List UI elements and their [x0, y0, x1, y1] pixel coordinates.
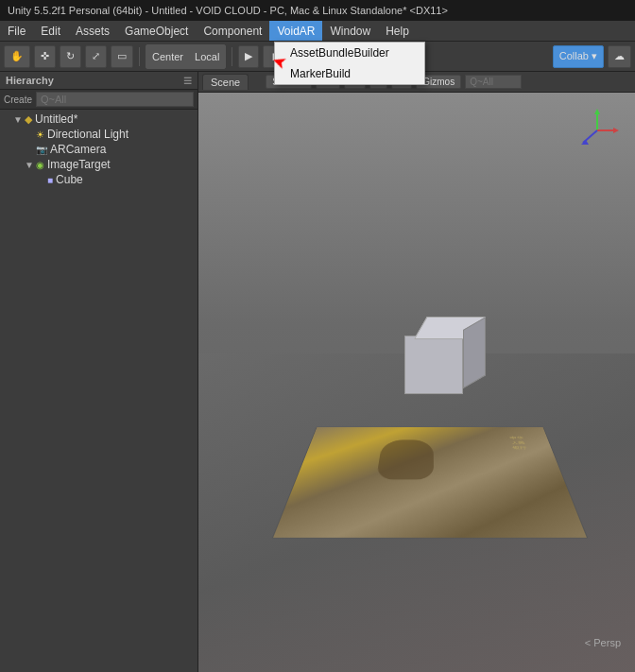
separator-1	[139, 47, 140, 66]
tree-label-cube: Cube	[56, 173, 83, 186]
arrow-untitled: ▼	[13, 114, 25, 125]
title-text: Unity 5.5.2f1 Personal (64bit) - Untitle…	[8, 5, 448, 16]
tree-item-imagetarget[interactable]: ▼ ◉ ImageTarget	[0, 157, 197, 172]
menu-voidar[interactable]: VoidAR	[269, 21, 322, 41]
hierarchy-tree: ▼ ◆ Untitled* ☀ Directional Light 📷 ARCa…	[0, 110, 197, 672]
hierarchy-header: Hierarchy ☰	[0, 72, 197, 90]
separator-2	[232, 47, 232, 66]
scene-panel: Scene Shaded 2D ☀ ♪ fx Gizmos	[198, 72, 635, 672]
target-icon: ◉	[36, 160, 44, 170]
scene-tab[interactable]: Scene	[202, 74, 249, 90]
menu-edit[interactable]: Edit	[33, 21, 68, 41]
menu-bar: File Edit Assets GameObject Component Vo…	[0, 21, 635, 42]
pivot-group: Center Local	[146, 44, 226, 69]
tree-label-dl: Directional Light	[47, 128, 129, 141]
face-silhouette	[376, 439, 434, 479]
hierarchy-menu-icon[interactable]: ☰	[183, 76, 192, 86]
tree-label-it: ImageTarget	[47, 158, 111, 171]
menu-file[interactable]: File	[0, 21, 33, 41]
svg-marker-3	[613, 128, 619, 133]
menu-help[interactable]: Help	[378, 21, 417, 41]
scale-tool-btn[interactable]: ⤢	[85, 45, 107, 68]
svg-marker-1	[594, 109, 600, 114]
collab-btn[interactable]: Collab ▾	[553, 45, 604, 68]
cube-front-face	[404, 336, 463, 394]
main-layout: Hierarchy ☰ Create ▼ ◆ Untitled* ☀ Direc…	[0, 72, 635, 672]
tree-item-directional-light[interactable]: ☀ Directional Light	[0, 127, 197, 142]
menu-window[interactable]: Window	[322, 21, 378, 41]
menu-component[interactable]: Component	[196, 21, 269, 41]
persp-label: < Persp	[585, 637, 621, 648]
rotate-tool-btn[interactable]: ↻	[60, 45, 81, 68]
center-btn[interactable]: Center	[146, 45, 189, 68]
tree-label-arc: ARCamera	[50, 143, 106, 156]
lock-area: Collab ▾ ☁	[553, 45, 631, 68]
dropdown-markerbuild[interactable]: MarkerBuild	[275, 63, 424, 84]
cloud-icon: ☁	[614, 50, 625, 62]
dropdown-assetbundlebuilder[interactable]: AssetBundleBuilder	[275, 43, 424, 63]
hierarchy-panel: Hierarchy ☰ Create ▼ ◆ Untitled* ☀ Direc…	[0, 72, 198, 672]
hierarchy-title: Hierarchy	[6, 75, 54, 86]
banknote-texture	[273, 427, 587, 538]
cloud-btn[interactable]: ☁	[608, 45, 631, 68]
3d-cube	[404, 336, 463, 394]
voidar-dropdown: AssetBundleBuilder MarkerBuild	[274, 42, 425, 85]
scene-view[interactable]: 中华人民银行	[198, 93, 635, 672]
scene-search-input[interactable]	[465, 75, 522, 89]
arrow-it: ▼	[25, 160, 36, 170]
hierarchy-search-bar: Create	[0, 90, 197, 110]
tree-item-arcamera[interactable]: 📷 ARCamera	[0, 142, 197, 157]
camera-icon: 📷	[36, 145, 47, 155]
rect-tool-btn[interactable]: ▭	[111, 45, 133, 68]
menu-gameobject[interactable]: GameObject	[117, 21, 196, 41]
scene-gizmo	[574, 107, 621, 154]
hierarchy-create-btn[interactable]: Create	[4, 95, 32, 105]
tree-item-untitled[interactable]: ▼ ◆ Untitled*	[0, 112, 197, 127]
tree-label-untitled: Untitled*	[35, 112, 77, 126]
menu-assets[interactable]: Assets	[68, 21, 117, 41]
scene-icon: ◆	[25, 113, 32, 126]
move-tool-btn[interactable]: ✜	[34, 45, 56, 68]
hand-tool-btn[interactable]: ✋	[4, 45, 30, 68]
light-icon: ☀	[36, 129, 44, 140]
title-bar: Unity 5.5.2f1 Personal (64bit) - Untitle…	[0, 0, 635, 21]
image-target-plane: 中华人民银行	[272, 426, 589, 538]
scene-background: 中华人民银行	[198, 93, 635, 672]
local-btn[interactable]: Local	[189, 45, 225, 68]
cube-icon: ■	[47, 175, 53, 185]
hierarchy-search-input[interactable]	[36, 92, 194, 107]
play-btn[interactable]: ▶	[238, 45, 259, 68]
tree-item-cube[interactable]: ■ Cube	[0, 172, 197, 187]
